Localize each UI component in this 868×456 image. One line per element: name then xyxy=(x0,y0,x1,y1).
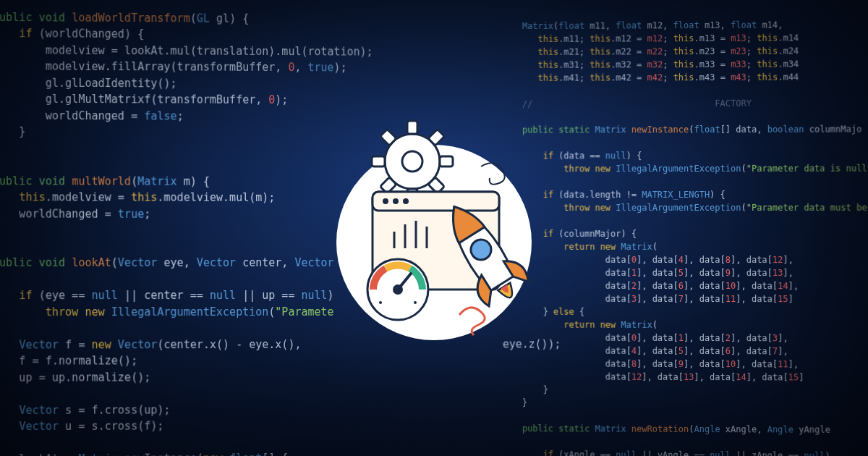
svg-rect-12 xyxy=(373,192,499,211)
center-illustration xyxy=(304,98,564,358)
svg-point-2 xyxy=(402,151,422,172)
svg-point-14 xyxy=(393,198,399,204)
svg-rect-6 xyxy=(440,156,453,166)
gauge-icon xyxy=(367,259,428,320)
code-panel-right: Matrix(float m11, float m12, float m13, … xyxy=(522,5,868,456)
svg-point-24 xyxy=(414,301,417,304)
svg-rect-5 xyxy=(372,156,385,166)
svg-point-23 xyxy=(379,301,382,304)
svg-point-13 xyxy=(383,198,388,204)
svg-rect-3 xyxy=(407,121,417,134)
svg-point-15 xyxy=(403,198,409,204)
